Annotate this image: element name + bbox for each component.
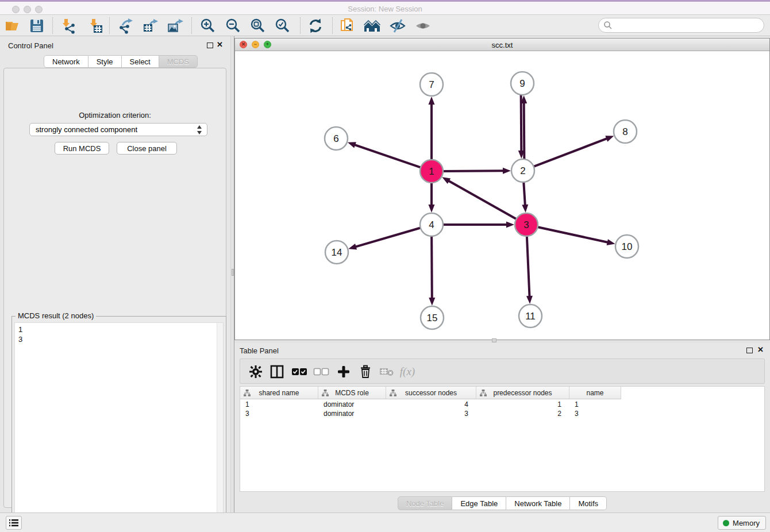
hierarchy-icon — [244, 390, 251, 396]
cell-successor-nodes[interactable]: 3 — [386, 410, 476, 419]
export-table-icon[interactable] — [140, 17, 161, 35]
cell-MCDS-role[interactable]: dominator — [318, 400, 386, 410]
edge-1-2[interactable] — [442, 171, 505, 171]
table-row[interactable]: 3dominator323 — [240, 410, 621, 419]
run-mcds-button[interactable]: Run MCDS — [55, 142, 109, 155]
network-canvas[interactable]: 1234678910111415 — [235, 51, 769, 340]
table-row[interactable]: 1dominator411 — [240, 400, 621, 410]
mcds-result-group: MCDS result (2 nodes) 13 — [11, 316, 226, 532]
tab-edge-table[interactable]: Edge Table — [452, 496, 506, 510]
cell-shared-name[interactable]: 3 — [240, 410, 318, 419]
window-title: Session: New Session — [0, 5, 770, 13]
tab-mcds[interactable]: MCDS — [159, 55, 198, 68]
open-file-icon[interactable] — [2, 17, 23, 35]
search-field[interactable] — [598, 18, 764, 33]
first-neighbors-icon[interactable] — [362, 17, 383, 35]
add-column-icon[interactable] — [334, 363, 353, 381]
column-header-MCDS-role[interactable]: MCDS role — [318, 387, 386, 399]
mcds-result-item: 1 — [18, 325, 223, 334]
close-panel-button[interactable]: Close panel — [117, 142, 177, 155]
float-panel-icon[interactable] — [746, 348, 753, 353]
show-all-icon[interactable] — [413, 17, 433, 35]
node-label: 15 — [427, 313, 438, 323]
edge-4-15[interactable] — [432, 235, 432, 299]
select-all-icon[interactable] — [290, 363, 309, 381]
tab-select[interactable]: Select — [122, 55, 159, 68]
edge-3-1[interactable] — [448, 180, 517, 219]
edge-4-14[interactable] — [355, 228, 422, 247]
cell-successor-nodes[interactable]: 4 — [386, 400, 476, 410]
cell-shared-name[interactable]: 1 — [240, 400, 318, 410]
node-label: 2 — [520, 165, 525, 176]
node-label: 3 — [523, 219, 529, 230]
scrollbar[interactable] — [217, 323, 223, 532]
edge-3-11[interactable] — [527, 235, 530, 298]
toolbar-separator — [300, 17, 301, 34]
edge-3-10[interactable] — [537, 227, 609, 242]
zoom-in-icon[interactable] — [198, 17, 218, 35]
memory-button[interactable]: Memory — [718, 516, 766, 530]
delete-icon[interactable] — [356, 363, 375, 381]
splitter-handle[interactable] — [232, 269, 234, 276]
cell-name[interactable]: 3 — [569, 410, 621, 419]
tab-style[interactable]: Style — [88, 55, 122, 68]
network-window-titlebar[interactable]: ✕ − + scc.txt — [235, 38, 769, 51]
deselect-all-icon[interactable] — [311, 363, 331, 381]
clone-network-icon[interactable] — [337, 17, 358, 35]
edge-arrowhead — [526, 296, 533, 304]
memory-label: Memory — [733, 519, 760, 527]
search-input[interactable] — [613, 20, 764, 31]
hierarchy-icon — [390, 390, 396, 396]
zoom-fit-icon[interactable] — [248, 17, 268, 35]
vertical-splitter[interactable] — [230, 36, 234, 512]
mcds-tab-content: Optimization criterion: strongly connect… — [3, 68, 226, 508]
tab-network[interactable]: Network — [44, 55, 88, 68]
mcds-result-item: 3 — [18, 334, 223, 344]
import-network-icon[interactable] — [57, 17, 78, 35]
edge-9-2[interactable] — [521, 94, 522, 152]
hide-selected-icon[interactable] — [387, 17, 408, 35]
cell-predecessor-nodes[interactable]: 1 — [476, 400, 569, 410]
column-header-name[interactable]: name — [569, 387, 621, 399]
delete-table-icon[interactable] — [377, 363, 396, 381]
close-panel-icon[interactable]: ✕ — [217, 42, 223, 48]
tab-motifs[interactable]: Motifs — [570, 496, 607, 510]
column-header-label: predecessor nodes — [493, 389, 552, 397]
function-builder-icon: f(x) — [398, 363, 417, 381]
column-header-shared-name[interactable]: shared name — [240, 387, 318, 399]
table-toolbar: f(x) — [240, 358, 765, 384]
cell-MCDS-role[interactable]: dominator — [318, 410, 386, 419]
float-panel-icon[interactable] — [207, 43, 213, 48]
splitter-handle[interactable] — [492, 338, 496, 342]
node-label: 4 — [429, 219, 434, 230]
mcds-result-title: MCDS result (2 nodes) — [16, 311, 96, 320]
column-header-predecessor-nodes[interactable]: predecessor nodes — [476, 387, 569, 399]
edge-2-3[interactable] — [523, 181, 525, 206]
edge-1-6[interactable] — [353, 144, 422, 168]
save-session-icon[interactable] — [26, 17, 47, 35]
network-graph[interactable]: 1234678910111415 — [235, 51, 769, 340]
tab-network-table[interactable]: Network Table — [506, 496, 570, 510]
zoom-selected-icon[interactable] — [272, 17, 293, 35]
close-panel-icon[interactable]: ✕ — [757, 347, 764, 353]
node-label: 8 — [622, 126, 627, 137]
task-history-button[interactable] — [6, 516, 22, 530]
export-image-icon[interactable] — [165, 17, 186, 35]
column-selector-icon[interactable] — [267, 363, 287, 381]
node-table[interactable]: shared nameMCDS rolesuccessor nodesprede… — [240, 386, 765, 492]
hierarchy-icon — [480, 390, 487, 396]
gear-icon[interactable] — [246, 363, 265, 381]
tab-node-table[interactable]: Node Table — [398, 496, 453, 510]
edge-2-8[interactable] — [533, 138, 608, 167]
table-tabs: Node TableEdge TableNetwork TableMotifs — [234, 496, 770, 510]
column-header-successor-nodes[interactable]: successor nodes — [386, 387, 476, 399]
cell-name[interactable]: 1 — [569, 400, 621, 410]
import-table-icon[interactable] — [85, 17, 106, 35]
export-network-icon[interactable] — [116, 17, 136, 35]
cell-predecessor-nodes[interactable]: 2 — [476, 410, 569, 419]
refresh-icon[interactable] — [305, 17, 326, 35]
criterion-select[interactable]: strongly connected component — [29, 123, 207, 136]
criterion-value: strongly connected component — [36, 125, 137, 134]
mcds-result-list[interactable]: 13 — [14, 322, 224, 532]
zoom-out-icon[interactable] — [223, 17, 244, 35]
